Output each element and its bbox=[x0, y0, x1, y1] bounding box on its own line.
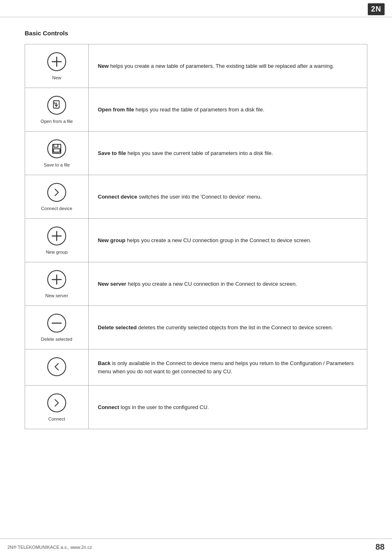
icon-cell: Connect bbox=[25, 386, 89, 429]
icon-label: Connect bbox=[29, 416, 84, 421]
desc-text: is only available in the Connect to devi… bbox=[98, 360, 354, 375]
page-header: 2N bbox=[0, 0, 392, 17]
desc-text: switches the user into the 'Connect to d… bbox=[137, 194, 262, 200]
desc-text: helps you read the table of parameters f… bbox=[134, 106, 264, 113]
icon-cell: Connect device bbox=[25, 175, 89, 219]
desc-text: helps you create a new table of paramete… bbox=[109, 63, 334, 69]
svg-point-21 bbox=[48, 358, 66, 376]
icon-label: Save to a file bbox=[29, 162, 84, 167]
icon-cell: New bbox=[25, 44, 89, 88]
icon-cell: New server bbox=[25, 262, 89, 306]
page-footer: 2N® TELEKOMUNIKACE a.s., www.2n.cz 88 bbox=[0, 539, 392, 555]
desc-bold: Back bbox=[98, 360, 111, 366]
desc-bold: Connect device bbox=[98, 194, 137, 200]
desc-bold: New group bbox=[98, 237, 125, 243]
desc-text: helps you create a new CU connection in … bbox=[126, 281, 297, 287]
page-content: Basic Controls NewNew helps you create a… bbox=[0, 17, 392, 446]
desc-bold: Open from file bbox=[98, 106, 134, 113]
svg-rect-10 bbox=[54, 144, 58, 147]
icon-label: New bbox=[29, 75, 84, 80]
table-row: NewNew helps you create a new table of p… bbox=[25, 44, 367, 88]
svg-point-3 bbox=[48, 96, 66, 114]
desc-bold: Delete selected bbox=[98, 324, 137, 331]
desc-cell: Delete selected deletes the currently se… bbox=[89, 306, 367, 349]
table-row: Back is only available in the Connect to… bbox=[25, 349, 367, 386]
desc-bold: Save to file bbox=[98, 150, 126, 156]
desc-cell: New group helps you create a new CU conn… bbox=[89, 219, 367, 262]
table-row: New groupNew group helps you create a ne… bbox=[25, 219, 367, 262]
table-row: Delete selectedDelete selected deletes t… bbox=[25, 306, 367, 349]
icon-cell: Open from a file bbox=[25, 88, 89, 132]
table-row: Connect deviceConnect device switches th… bbox=[25, 175, 367, 219]
desc-cell: Connect device switches the user into th… bbox=[89, 175, 367, 219]
desc-cell: Back is only available in the Connect to… bbox=[89, 349, 367, 386]
desc-text: helps you create a new CU connection gro… bbox=[125, 237, 311, 243]
desc-cell: Connect logs in the user to the configur… bbox=[89, 386, 367, 429]
table-row: ConnectConnect logs in the user to the c… bbox=[25, 386, 367, 429]
icon-label: Open from a file bbox=[29, 119, 84, 124]
icon-label: New server bbox=[29, 293, 84, 298]
svg-point-12 bbox=[48, 183, 66, 201]
desc-cell: Open from file helps you read the table … bbox=[89, 88, 367, 132]
controls-table: NewNew helps you create a new table of p… bbox=[25, 44, 367, 429]
icon-label: New group bbox=[29, 250, 84, 254]
icon-label: Connect device bbox=[29, 206, 84, 211]
table-row: Save to a fileSave to file helps you sav… bbox=[25, 132, 367, 175]
svg-point-22 bbox=[48, 394, 66, 412]
desc-text: helps you save the current table of para… bbox=[126, 150, 273, 156]
icon-label: Delete selected bbox=[29, 337, 84, 342]
desc-cell: New server helps you create a new CU con… bbox=[89, 262, 367, 306]
icon-cell: New group bbox=[25, 219, 89, 262]
table-row: New serverNew server helps you create a … bbox=[25, 262, 367, 306]
desc-text: deletes the currently selected objects f… bbox=[137, 324, 333, 331]
footer-left: 2N® TELEKOMUNIKACE a.s., www.2n.cz bbox=[7, 545, 92, 550]
section-title: Basic Controls bbox=[25, 30, 367, 37]
desc-text: logs in the user to the configured CU. bbox=[119, 404, 209, 410]
svg-rect-11 bbox=[53, 149, 60, 152]
desc-bold: Connect bbox=[98, 404, 119, 410]
icon-cell: Save to a file bbox=[25, 132, 89, 175]
icon-cell bbox=[25, 349, 89, 386]
desc-cell: New helps you create a new table of para… bbox=[89, 44, 367, 88]
desc-bold: New bbox=[98, 63, 109, 69]
icon-cell: Delete selected bbox=[25, 306, 89, 349]
logo: 2N bbox=[368, 3, 385, 15]
desc-bold: New server bbox=[98, 281, 126, 287]
table-row: Open from a fileOpen from file helps you… bbox=[25, 88, 367, 132]
desc-cell: Save to file helps you save the current … bbox=[89, 132, 367, 175]
page-number: 88 bbox=[376, 542, 385, 552]
